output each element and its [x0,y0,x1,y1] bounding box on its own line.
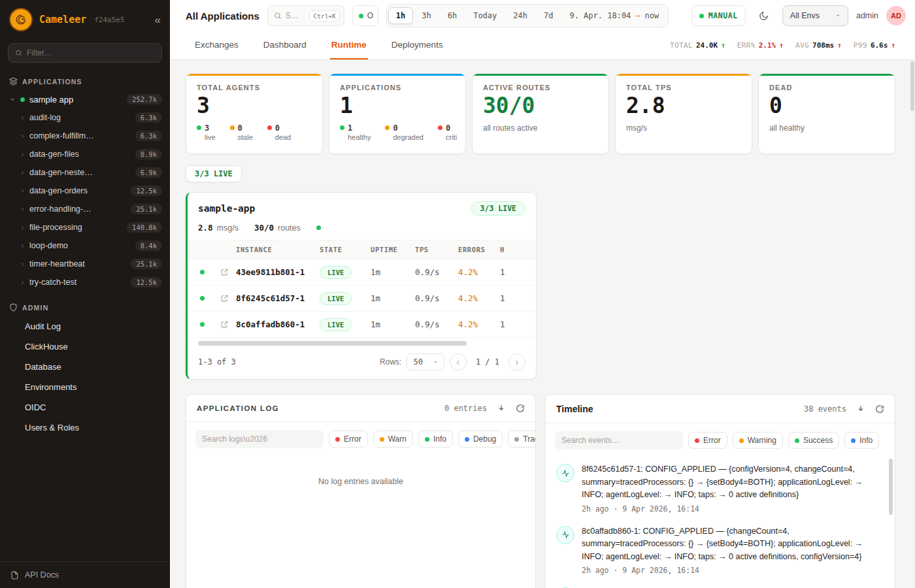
external-link-icon[interactable] [212,268,236,276]
status-dot [438,125,442,130]
next-page-button[interactable]: › [508,353,525,370]
sidebar-item-data-gen-nested[interactable]: data-gen-neste… 6.9k [0,163,170,182]
download-icon[interactable] [856,404,865,414]
filter-chip-info[interactable]: Info [418,431,453,448]
state-badge: LIVE [320,318,352,331]
events-search-input[interactable] [555,431,683,449]
filter-chip-warning[interactable]: Warning [733,432,783,449]
instance-id: 8f6245c61d57-1 [236,293,320,303]
sidebar-item-audit-log-admin[interactable]: Audit Log [0,316,170,336]
external-link-icon[interactable] [212,294,236,302]
sidebar-item-timer-heartbeat[interactable]: timer-heartbeat 25.1k [0,255,170,273]
filter-chip-error[interactable]: Error [688,432,727,449]
status-dot [465,437,469,442]
app-logo [9,8,33,31]
instance-id: 43ee9811b801-1 [236,267,320,277]
time-range-1h[interactable]: 1h [388,7,413,24]
sidebar-item-users-roles[interactable]: Users & Roles [0,417,170,438]
status-dot [695,438,699,443]
time-range-today[interactable]: Today [465,7,505,24]
sidebar-collapse-icon[interactable]: « [155,14,161,25]
filter-chip-error[interactable]: Error [329,431,368,448]
sidebar-item-data-gen-orders[interactable]: data-gen-orders 12.5k [0,182,170,200]
refresh-icon[interactable] [875,404,884,414]
sidebar-item-loop-demo[interactable]: loop-demo 8.4k [0,237,170,255]
sidebar-item-complex-fulfillment[interactable]: complex-fulfillm… 6.3k [0,127,170,145]
moon-icon [759,11,769,21]
sidebar-item-oidc[interactable]: OIDC [0,397,170,417]
event-timestamp: 2h ago · 9 Apr 2026, 16:14 [582,504,882,514]
filter-chip-debug[interactable]: Debug [458,431,503,448]
sidebar-item-environments[interactable]: Environments [0,377,170,397]
entries-count: 0 entries [444,404,487,413]
status-dot [200,296,205,301]
page-scrollbar[interactable] [910,61,914,111]
filter-chip-info[interactable]: Info [844,432,879,449]
manual-refresh-toggle[interactable]: MANUAL [691,5,746,26]
filter-chip-trace[interactable]: Trace [508,431,536,448]
filter-chip-warn[interactable]: Warn [373,431,413,448]
sidebar-filter[interactable] [8,43,162,63]
chevron-right-icon [20,206,25,212]
timeline-event[interactable]: 8f6245c61d57-1: CONFIG_APPLIED — {config… [546,456,895,518]
avatar[interactable]: AD [886,6,906,25]
sidebar-item-data-gen-files[interactable]: data-gen-files 8.9k [0,145,170,163]
event-timestamp: 2h ago · 9 Apr 2026, 16:14 [582,566,882,575]
status-dot [20,97,25,102]
timeline-event[interactable]: 8c0affadb860-1: CONFIG_APPLIED — {change… [546,518,895,580]
sidebar-item-clickhouse[interactable]: ClickHouse [0,336,170,357]
prev-page-button[interactable]: ‹ [450,353,467,370]
external-link-icon[interactable] [212,320,236,329]
time-range-7d[interactable]: 7d [536,7,561,24]
rows-per-page-select[interactable]: 50 [407,353,444,370]
timeline-event[interactable]: 43ee9811b801-1: CONFIG_APPLIED — {change… [546,580,895,588]
table-row[interactable]: 8f6245c61d57-1 LIVE 1m 0.9/s 4.2% 1 [188,286,537,312]
count-badge: 12.5k [131,186,162,196]
chevron-right-icon [20,115,25,121]
sidebar-item-try-catch-test[interactable]: try-catch-test 12.5k [0,273,170,291]
document-icon [10,571,19,580]
route-name: error-handling-… [29,204,91,214]
sidebar-item-database[interactable]: Database [0,357,170,377]
filter-chip-success[interactable]: Success [788,432,839,449]
tab-dashboard[interactable]: Dashboard [262,31,308,59]
header-stats: TOTAL 24.0K ↑ ERR% 2.1% ↑ AVG 708ms ↑ P9… [670,31,895,59]
api-docs-link[interactable]: API Docs [0,561,170,588]
sidebar-item-file-processing[interactable]: file-processing 140.8k [0,218,170,237]
layers-icon [9,77,18,86]
keyboard-shortcut: Ctrl+K [309,10,339,22]
tab-runtime[interactable]: Runtime [330,31,368,59]
log-search-input[interactable] [195,430,324,448]
table-row[interactable]: 43ee9811b801-1 LIVE 1m 0.9/s 4.2% 1 [188,259,537,286]
sidebar-item-sample-app[interactable]: sample app 252.7k [0,90,170,108]
sidebar-item-audit-log[interactable]: audit-log 6.3k [0,108,170,127]
environment-select[interactable]: All Envs [782,5,848,26]
status-dot [359,14,363,18]
online-status-chip[interactable]: O [352,5,378,26]
global-search[interactable]: S… Ctrl+K [267,5,344,26]
horizontal-scrollbar[interactable] [198,341,525,346]
status-dot [795,438,799,443]
time-range-6h[interactable]: 6h [440,7,465,24]
date-range-display[interactable]: 9. Apr. 18:04 — now [561,11,667,20]
chevron-right-icon [20,188,25,194]
breakdown-degraded: 0 degraded [385,123,424,141]
tab-deployments[interactable]: Deployments [390,31,444,59]
main-area: All Applications S… Ctrl+K O 1h 3h 6h To… [170,0,915,588]
user-name: admin [856,11,878,20]
sidebar-filter-input[interactable] [27,48,155,57]
refresh-icon[interactable] [516,404,525,413]
count-badge: 6.3k [135,131,162,141]
time-range-24h[interactable]: 24h [505,7,535,24]
dark-mode-toggle[interactable] [754,5,774,26]
download-icon[interactable] [497,404,506,413]
sidebar-item-error-handling[interactable]: error-handling-… 25.1k [0,200,170,218]
rows-label: Rows: [380,357,401,367]
tab-exchanges[interactable]: Exchanges [193,31,240,59]
live-filter-chip[interactable]: 3/3 LIVE [186,165,242,182]
timeline-scrollbar[interactable] [889,459,893,515]
app-card-title[interactable]: sample-app [198,203,255,214]
table-row[interactable]: 8c0affadb860-1 LIVE 1m 0.9/s 4.2% 1 [188,312,537,338]
time-range-3h[interactable]: 3h [414,7,439,24]
breakdown-dead: 0 dead [267,123,291,141]
